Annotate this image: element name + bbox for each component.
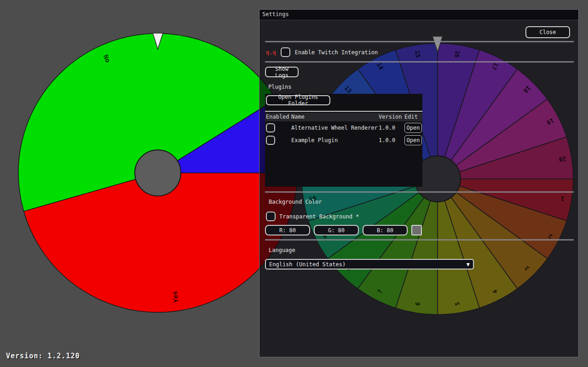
language-section-label: Language — [269, 247, 295, 253]
svg-text:18: 18 — [522, 85, 532, 95]
svg-text:6: 6 — [414, 301, 421, 306]
divider — [265, 239, 574, 241]
transparent-background-checkbox[interactable] — [266, 212, 276, 221]
svg-text:15: 15 — [414, 50, 421, 58]
plugins-section-label: Plugins — [268, 84, 292, 90]
svg-text:14: 14 — [375, 62, 385, 71]
twitch-integration-label: Enable Twitch Integration — [295, 49, 378, 56]
transparent-background-label: Transparent Background * — [279, 213, 359, 220]
plugin-version: 1.0.0 — [379, 137, 395, 143]
language-dropdown[interactable]: English (United States) ▼ — [265, 259, 474, 270]
svg-text:No: No — [102, 54, 112, 64]
plugin-enabled-checkbox[interactable] — [266, 123, 275, 132]
plugin-open-button[interactable]: Open — [404, 123, 422, 133]
color-swatch — [411, 225, 422, 235]
settings-window: 1617181920123456789101112131415 Settings… — [259, 9, 579, 357]
green-value-field[interactable]: G: 80 — [314, 225, 359, 235]
header-name: Name — [291, 113, 305, 121]
plugin-enabled-checkbox[interactable] — [266, 136, 275, 145]
svg-text:17: 17 — [490, 62, 500, 71]
divider — [265, 191, 574, 193]
svg-text:13: 13 — [343, 85, 353, 95]
svg-text:19: 19 — [546, 117, 555, 126]
plugin-name: Example Plugin — [291, 137, 338, 143]
svg-text:20: 20 — [559, 155, 567, 163]
show-logs-button[interactable]: Show Logs — [265, 67, 299, 77]
version-label: Version: 1.2.120 — [6, 352, 80, 360]
divider — [265, 111, 422, 112]
svg-text:1: 1 — [560, 195, 565, 202]
divider — [265, 41, 574, 42]
open-plugins-folder-button[interactable]: Open Plugins Folder — [266, 95, 330, 105]
header-edit: Edit — [404, 113, 418, 121]
table-row: Alternative Wheel Renderer 1.0.0 Open — [265, 122, 422, 134]
divider — [265, 61, 574, 63]
chevron-down-icon: ▼ — [467, 261, 470, 268]
plugin-open-button[interactable]: Open — [404, 135, 422, 145]
twitch-integration-row: q.q Enable Twitch Integration — [266, 47, 378, 57]
close-button[interactable]: Close — [525, 26, 570, 38]
wheel-pointer-icon — [432, 36, 443, 52]
table-row: Example Plugin 1.0.0 Open — [265, 135, 422, 146]
background-color-section-label: Background Color — [269, 199, 322, 205]
svg-text:5: 5 — [454, 302, 461, 306]
plugin-name: Alternative Wheel Renderer — [291, 125, 378, 131]
header-enabled: Enabled — [266, 113, 289, 121]
wheel-pointer-icon — [153, 33, 163, 49]
red-value-field[interactable]: R: 80 — [265, 225, 310, 235]
plugins-panel: Open Plugins Folder Enabled Name Version… — [265, 94, 422, 187]
header-version: Version — [379, 113, 402, 121]
language-selected-value: English (United States) — [269, 261, 467, 268]
svg-text:16: 16 — [453, 50, 461, 58]
plugins-table-header: Enabled Name Version Edit — [265, 113, 422, 121]
plugin-version: 1.0.0 — [379, 125, 395, 131]
svg-text:4: 4 — [491, 288, 499, 295]
transparent-background-row: Transparent Background * — [266, 211, 359, 222]
svg-text:Yes: Yes — [171, 291, 179, 303]
blue-value-field[interactable]: B: 80 — [363, 225, 408, 235]
svg-text:7: 7 — [376, 288, 384, 295]
settings-titlebar[interactable]: Settings — [259, 10, 578, 20]
twitch-emote: q.q — [266, 49, 276, 56]
settings-title: Settings — [262, 11, 289, 17]
svg-text:3: 3 — [523, 264, 530, 272]
twitch-integration-checkbox[interactable] — [281, 47, 290, 57]
